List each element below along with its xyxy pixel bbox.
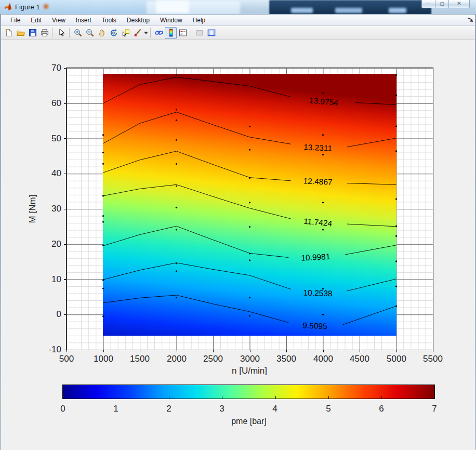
background-window-blur bbox=[335, 8, 362, 13]
colorbar-tick-label: 1 bbox=[105, 404, 126, 414]
rotate-3d-icon bbox=[109, 28, 118, 37]
x-tick-label: 500 bbox=[50, 354, 83, 364]
data-cursor-icon bbox=[121, 28, 130, 37]
show-plot-tools-icon bbox=[207, 28, 216, 37]
data-cursor-button[interactable] bbox=[120, 27, 131, 39]
window-border-left bbox=[0, 15, 1, 450]
menu-tools[interactable]: Tools bbox=[97, 15, 122, 25]
colorbar-tick-marks bbox=[63, 396, 434, 399]
close-button[interactable]: ✕ bbox=[449, 0, 470, 8]
brush-icon bbox=[133, 28, 142, 37]
figure-toolbar bbox=[0, 26, 476, 40]
y-tick-label: 70 bbox=[30, 63, 61, 73]
x-tick-label: 2000 bbox=[160, 354, 193, 364]
plot-axes[interactable] bbox=[66, 68, 433, 350]
menu-desktop[interactable]: Desktop bbox=[122, 15, 155, 25]
toolbar-separator bbox=[69, 28, 70, 38]
menu-bar: File Edit View Insert Tools Desktop Wind… bbox=[0, 15, 476, 26]
matlab-icon bbox=[4, 3, 12, 11]
open-file-button[interactable] bbox=[15, 27, 27, 39]
dropdown-caret-icon bbox=[144, 32, 148, 34]
y-tick-label: 20 bbox=[30, 239, 61, 249]
insert-legend-button[interactable] bbox=[177, 27, 189, 39]
zoom-out-icon bbox=[85, 28, 95, 37]
colorbar[interactable] bbox=[62, 385, 435, 399]
title-bar[interactable]: Figure 1 — ▢ ✕ bbox=[0, 0, 476, 15]
menu-file[interactable]: File bbox=[5, 15, 25, 25]
new-document-icon bbox=[4, 28, 14, 37]
y-axis-label: M [Nm] bbox=[28, 183, 38, 235]
minimize-button[interactable]: — bbox=[421, 0, 435, 8]
maximize-button[interactable]: ▢ bbox=[435, 0, 449, 8]
legend-icon bbox=[178, 28, 188, 37]
y-tick-label: -10 bbox=[30, 345, 61, 355]
colorbar-tick-label: 6 bbox=[371, 404, 392, 414]
edit-plot-button[interactable] bbox=[55, 27, 67, 39]
x-tick-label: 4000 bbox=[307, 354, 340, 364]
x-tick-label: 3000 bbox=[233, 354, 267, 364]
hide-plot-tools-icon bbox=[195, 28, 204, 37]
menu-help[interactable]: Help bbox=[188, 15, 211, 25]
show-plot-tools-button[interactable] bbox=[205, 27, 217, 39]
background-window-blur bbox=[389, 8, 406, 13]
x-tick-label: 1000 bbox=[87, 354, 120, 364]
figure-window: Figure 1 — ▢ ✕ File Edit View Insert Too… bbox=[0, 0, 476, 450]
pan-button[interactable] bbox=[96, 27, 108, 39]
background-window-blur bbox=[291, 8, 313, 13]
x-tick-label: 4500 bbox=[343, 354, 376, 364]
y-tick-label: 10 bbox=[30, 274, 61, 285]
colorbar-tick-label: 0 bbox=[52, 404, 73, 414]
x-tick-label: 5500 bbox=[416, 354, 449, 364]
y-tick-label: 0 bbox=[30, 309, 61, 320]
colorbar-icon bbox=[166, 28, 176, 37]
menu-edit[interactable]: Edit bbox=[25, 15, 47, 25]
print-figure-button[interactable] bbox=[38, 27, 50, 39]
menu-insert[interactable]: Insert bbox=[71, 15, 97, 25]
save-floppy-icon bbox=[28, 28, 37, 37]
new-figure-button[interactable] bbox=[3, 27, 15, 39]
colorbar-tick-label: 5 bbox=[318, 404, 339, 414]
zoom-in-button[interactable] bbox=[72, 27, 84, 39]
brush-button[interactable] bbox=[131, 27, 143, 39]
hide-plot-tools-button[interactable] bbox=[193, 27, 205, 39]
toolbar-separator bbox=[191, 28, 191, 38]
y-tick-label: 60 bbox=[30, 98, 61, 109]
window-title: Figure 1 bbox=[15, 3, 40, 11]
colorbar-tick-label: 2 bbox=[158, 404, 179, 414]
figure-canvas: 500 1000 1500 2000 2500 3000 3500 4000 4… bbox=[0, 40, 476, 450]
zoom-in-icon bbox=[73, 28, 83, 37]
background-window-blur bbox=[44, 4, 48, 9]
colorbar-tick-label: 4 bbox=[265, 404, 285, 414]
brush-dropdown-button[interactable] bbox=[143, 27, 148, 39]
arrow-cursor-icon bbox=[57, 28, 66, 37]
y-tick-label: 40 bbox=[30, 168, 61, 179]
toolbar-separator bbox=[52, 28, 53, 38]
dock-arrow-icon[interactable] bbox=[467, 16, 474, 23]
link-plot-button[interactable] bbox=[153, 27, 165, 39]
insert-colorbar-button[interactable] bbox=[165, 27, 177, 39]
hand-pan-icon bbox=[97, 28, 107, 37]
x-tick-label: 2500 bbox=[196, 354, 230, 364]
x-axis-tick-marks bbox=[67, 350, 433, 352]
colorbar-label: pme [bar] bbox=[207, 417, 290, 426]
toolbar-separator bbox=[150, 28, 151, 38]
y-tick-label: 50 bbox=[30, 134, 61, 144]
window-controls: — ▢ ✕ bbox=[421, 0, 470, 8]
printer-icon bbox=[40, 28, 49, 37]
menu-view[interactable]: View bbox=[47, 15, 71, 25]
zoom-out-button[interactable] bbox=[84, 27, 96, 39]
x-tick-label: 5000 bbox=[380, 354, 413, 364]
open-folder-icon bbox=[16, 28, 25, 37]
menu-window[interactable]: Window bbox=[155, 15, 188, 25]
link-chain-icon bbox=[154, 28, 164, 37]
colorbar-tick-label: 3 bbox=[211, 404, 232, 414]
colorbar-tick-label: 7 bbox=[424, 404, 445, 414]
rotate-3d-button[interactable] bbox=[108, 27, 120, 39]
x-tick-label: 3500 bbox=[270, 354, 303, 364]
save-figure-button[interactable] bbox=[27, 27, 38, 39]
y-axis-tick-marks bbox=[64, 68, 66, 350]
background-window-blur bbox=[156, 1, 189, 13]
x-axis-label: n [U/min] bbox=[208, 366, 291, 376]
x-tick-label: 1500 bbox=[123, 354, 156, 364]
